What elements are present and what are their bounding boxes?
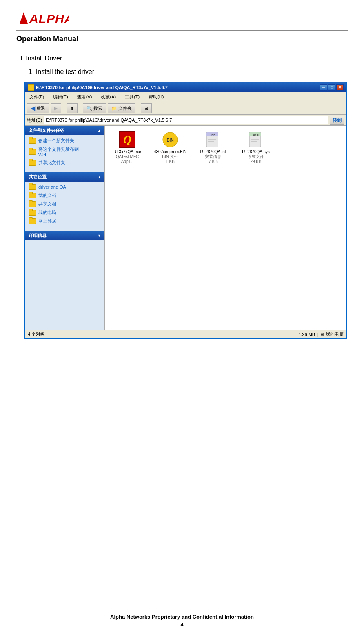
svg-text:INF: INF (211, 133, 215, 136)
shared-docs-label: 共享文档 (38, 201, 56, 207)
create-folder-link[interactable]: 创建一个新文件夹 (29, 138, 101, 144)
forward-arrow-icon: ▶ (54, 106, 58, 111)
footer-text: Alpha Networks Proprietary and Confident… (0, 614, 364, 620)
share-icon (29, 160, 36, 166)
shared-docs-link[interactable]: 共享文档 (29, 201, 101, 207)
close-button[interactable]: ✕ (336, 84, 344, 91)
tasks-content: 创建一个新文件夹 将这个文件夹发布到Web 共享此文件夹 (25, 135, 104, 171)
svg-rect-3 (29, 85, 31, 87)
create-folder-label: 创建一个新文件夹 (38, 138, 74, 144)
my-computer-label: 我的电脑 (38, 209, 56, 216)
minimize-button[interactable]: ─ (320, 84, 327, 91)
toolbar-sep2 (80, 104, 80, 112)
tasks-chevron-icon: ▲ (98, 129, 101, 133)
publish-label: 将这个文件夹发布到Web (38, 146, 79, 157)
driver-qa-label: driver and QA (38, 185, 66, 189)
svg-rect-2 (29, 86, 33, 89)
exe-filename: RT3x7xQA.exe QATest MFC Appli... (111, 149, 144, 164)
my-docs-link[interactable]: 我的文档 (29, 192, 101, 198)
document-title: Operation Manual (16, 35, 348, 43)
right-panel: Q RT3x7xQA.exe QATest MFC Appli... BIN (105, 126, 346, 330)
tasks-header[interactable]: 文件和文件夹任务 ▲ (25, 126, 104, 135)
menu-view[interactable]: 查看(V) (75, 93, 95, 101)
status-bar: 4 个对象 1.26 MB | 🖥 我的电脑 (25, 330, 346, 338)
view-icon: ⊞ (144, 106, 148, 111)
title-bar: E:\RT3370 for philip\0A1G\driver and QA\… (25, 82, 346, 92)
subsection1-title: 1. Install the test driver (29, 68, 348, 76)
view-button[interactable]: ⊞ (141, 103, 152, 113)
menu-tools[interactable]: 工具(T) (122, 93, 142, 101)
publish-icon (29, 149, 36, 155)
publish-link[interactable]: 将这个文件夹发布到Web (29, 146, 101, 157)
driver-qa-link[interactable]: driver and QA (29, 184, 101, 190)
menu-help[interactable]: 帮助(H) (146, 93, 166, 101)
sys-filename: RT2870QA.sys 系统文件 29 KB (242, 149, 270, 164)
details-section: 详细信息 ▼ (25, 231, 104, 240)
exe-icon: Q (119, 131, 135, 148)
status-size: 1.26 MB (298, 332, 315, 337)
title-bar-text: E:\RT3370 for philip\0A1G\driver and QA\… (36, 85, 168, 90)
page-number: 4 (0, 622, 364, 628)
left-panel: 文件和文件夹任务 ▲ 创建一个新文件夹 将这个文件夹发布到Web (25, 126, 105, 330)
file-item-inf[interactable]: INF RT2870QA.inf 安装信息 7 KB (195, 130, 231, 166)
inf-filename: RT2870QA.inf 安装信息 7 KB (200, 149, 226, 164)
folder-icon-title (28, 84, 34, 91)
network-icon (29, 218, 36, 224)
network-link[interactable]: 网上邻居 (29, 218, 101, 224)
tasks-header-label: 文件和文件夹任务 (29, 127, 64, 134)
status-location: 我的电脑 (326, 331, 344, 337)
other-places-section: 其它位置 ▲ driver and QA 我的文档 (25, 172, 104, 229)
search-button[interactable]: 🔍 搜索 (83, 103, 106, 113)
forward-button[interactable]: ▶ (51, 103, 61, 113)
tasks-section: 文件和文件夹任务 ▲ 创建一个新文件夹 将这个文件夹发布到Web (25, 126, 104, 171)
footer-area: Alpha Networks Proprietary and Confident… (0, 614, 364, 628)
driver-qa-icon (29, 184, 36, 190)
menu-file[interactable]: 文件(F) (27, 93, 47, 101)
details-label: 详细信息 (29, 232, 47, 238)
folders-button[interactable]: 📁 文件夹 (108, 103, 135, 113)
goto-button[interactable]: 转到 (330, 116, 344, 125)
address-input[interactable] (44, 116, 328, 124)
bin-filename: rt307xeeprom.BIN BIN 文件 1 KB (153, 149, 186, 164)
create-folder-icon (29, 138, 36, 144)
shared-docs-icon (29, 201, 36, 207)
header-divider (16, 30, 348, 31)
title-bar-left: E:\RT3370 for philip\0A1G\driver and QA\… (28, 84, 168, 91)
title-bar-buttons: ─ □ ✕ (320, 84, 344, 91)
share-link[interactable]: 共享此文件夹 (29, 160, 101, 166)
explorer-window: E:\RT3370 for philip\0A1G\driver and QA\… (24, 82, 347, 339)
up-icon: ⬆ (70, 106, 74, 111)
menu-edit[interactable]: 编辑(E) (51, 93, 71, 101)
other-places-header[interactable]: 其它位置 ▲ (25, 172, 104, 182)
svg-marker-0 (20, 12, 28, 24)
file-item-exe[interactable]: Q RT3x7xQA.exe QATest MFC Appli... (109, 130, 146, 166)
status-right: 1.26 MB | 🖥 我的电脑 (298, 331, 344, 337)
other-places-chevron-icon: ▲ (98, 175, 101, 179)
sys-icon: SYS (248, 131, 264, 148)
address-label: 地址(D) (27, 117, 42, 123)
my-computer-link[interactable]: 我的电脑 (29, 209, 101, 216)
alpha-logo: ALPHA (16, 8, 69, 25)
my-docs-label: 我的文档 (38, 192, 56, 198)
status-count: 4 个对象 (28, 331, 45, 337)
logo-area: ALPHA (16, 8, 348, 27)
back-button[interactable]: ◀ 后退 (27, 103, 49, 113)
file-item-sys[interactable]: SYS RT2870QA.sys 系统文件 29 KB (237, 130, 274, 166)
back-arrow-icon: ◀ (31, 105, 35, 111)
page-container: ALPHA Operation Manual I. Install Driver… (0, 0, 364, 644)
back-label: 后退 (36, 105, 45, 111)
share-label: 共享此文件夹 (38, 160, 65, 166)
details-chevron-icon: ▼ (98, 234, 101, 238)
up-button[interactable]: ⬆ (67, 103, 78, 113)
maximize-button[interactable]: □ (328, 84, 335, 91)
menu-favorites[interactable]: 收藏(A) (98, 93, 118, 101)
explorer-body: 文件和文件夹任务 ▲ 创建一个新文件夹 将这个文件夹发布到Web (25, 126, 346, 330)
folders-label: 文件夹 (118, 105, 132, 111)
search-label: 搜索 (93, 105, 102, 111)
inf-icon: INF (205, 131, 221, 148)
details-header[interactable]: 详细信息 ▼ (25, 231, 104, 240)
file-item-bin[interactable]: BIN rt307xeeprom.BIN BIN 文件 1 KB (152, 130, 189, 166)
computer-icon: 🖥 (320, 332, 324, 337)
bin-icon: BIN (162, 131, 178, 148)
address-bar: 地址(D) 转到 (25, 115, 346, 126)
